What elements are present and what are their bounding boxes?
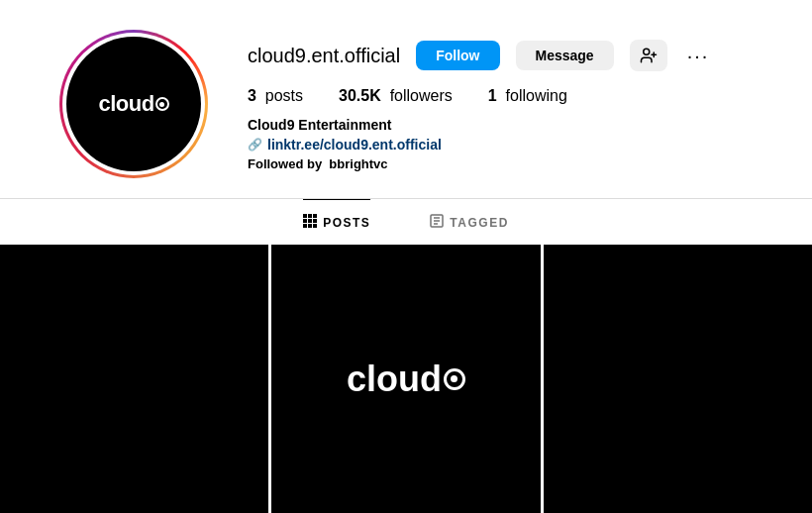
following-stat: 1 following [488,87,567,105]
svg-rect-4 [308,214,312,218]
profile-info: cloud9.ent.official Follow Message ··· 3… [248,30,772,171]
following-label: following [506,87,567,104]
avatar-logo: cloud [98,91,168,117]
posts-stat: 3 posts [248,87,303,105]
svg-rect-6 [303,219,307,223]
tabs-row: POSTS TAGGED [0,199,812,245]
username: cloud9.ent.official [248,45,400,67]
grid-logo: cloud [347,359,465,400]
svg-rect-9 [303,224,307,228]
grid-item-2[interactable]: cloud [271,245,540,513]
grid-item-1[interactable] [0,245,268,513]
posts-grid-icon [303,214,317,231]
svg-point-0 [643,49,649,54]
profile-top-row: cloud9.ent.official Follow Message ··· [248,40,772,71]
tagged-icon [430,214,444,231]
tab-posts-label: POSTS [323,216,370,230]
more-options-button[interactable]: ··· [683,43,714,69]
svg-rect-7 [308,219,312,223]
profile-section: cloud cloud9.ent.official Follow Message… [0,0,812,198]
followed-by-label: Followed by [248,156,322,171]
followed-by: Followed by bbrightvc [248,156,772,171]
avatar-circle: cloud [66,37,201,171]
svg-rect-3 [303,214,307,218]
svg-rect-5 [313,214,317,218]
tab-tagged-label: TAGGED [450,216,508,230]
stats-row: 3 posts 30.5K followers 1 following [248,87,772,105]
avatar-logo-text: cloud [98,91,153,117]
following-count: 1 [488,87,497,104]
followers-stat: 30.5K followers [339,87,453,105]
followers-count: 30.5K [339,87,381,104]
tab-tagged[interactable]: TAGGED [430,199,508,245]
add-user-button[interactable] [630,40,667,71]
posts-count: 3 [248,87,256,104]
svg-rect-11 [313,224,317,228]
link-icon: 🔗 [248,138,262,152]
grid-logo-text: cloud [347,359,442,400]
followers-label: followers [390,87,453,104]
logo-circle-icon [155,97,169,111]
followed-by-user[interactable]: bbrightvc [329,156,387,171]
display-name: Cloud9 Entertainment [248,117,772,133]
posts-label: posts [265,87,303,104]
profile-link-url[interactable]: linktr.ee/cloud9.ent.official [267,137,442,153]
svg-rect-10 [308,224,312,228]
tab-posts[interactable]: POSTS [303,199,370,245]
avatar-wrapper: cloud [59,30,208,178]
add-user-icon [640,47,658,64]
grid-logo-circle-icon [444,368,465,390]
profile-link: 🔗 linktr.ee/cloud9.ent.official [248,137,772,153]
follow-button[interactable]: Follow [416,41,499,70]
message-button[interactable]: Message [516,41,614,70]
grid-item-3[interactable] [544,245,812,513]
posts-grid: cloud [0,245,812,513]
avatar-inner: cloud [62,33,205,175]
svg-rect-8 [313,219,317,223]
